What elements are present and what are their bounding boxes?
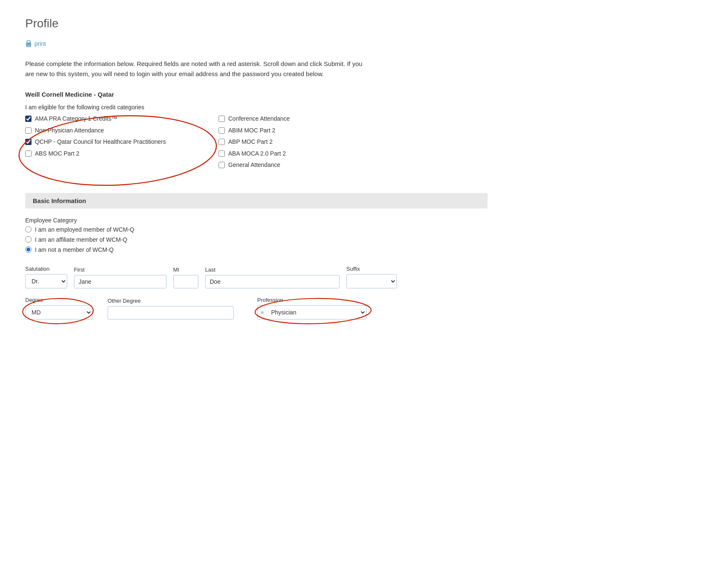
checkbox-ama-input[interactable] xyxy=(25,116,32,122)
other-degree-field-group: Other Degree xyxy=(108,298,234,320)
radio-employed-input[interactable] xyxy=(25,226,32,232)
checkbox-qchp-label: QCHP - Qatar Council for Healthcare Prac… xyxy=(35,138,166,146)
checkbox-aba-moca[interactable]: ABA MOCA 2.0 Part 2 xyxy=(219,150,387,158)
first-input[interactable] xyxy=(74,275,166,288)
degree-annotated: Degree MD DO PhD MBA RN NP PA xyxy=(25,297,92,320)
checkbox-abim-moc[interactable]: ABIM MOC Part 2 xyxy=(219,127,387,135)
other-degree-input[interactable] xyxy=(108,306,234,320)
checkboxes-grid: AMA PRA Category 1 Credits™ Conference A… xyxy=(25,115,387,169)
salutation-label: Salutation xyxy=(25,266,67,272)
checkbox-general-label: General Attendance xyxy=(228,161,280,169)
checkbox-general[interactable]: General Attendance xyxy=(219,161,387,169)
checkbox-non-physician-input[interactable] xyxy=(25,127,32,134)
radio-affiliate-input[interactable] xyxy=(25,236,32,243)
suffix-select[interactable]: Jr. Sr. II III xyxy=(346,274,397,288)
name-fields-row: Salutation Dr. Mr. Ms. Mrs. Prof. First … xyxy=(25,266,488,288)
checkbox-aba-moca-label: ABA MOCA 2.0 Part 2 xyxy=(228,150,286,158)
mi-label: MI xyxy=(173,267,198,273)
credit-categories-label: I am eligible for the following credit c… xyxy=(25,104,703,111)
checkbox-qchp-input[interactable] xyxy=(25,139,32,145)
checkbox-ama[interactable]: AMA PRA Category 1 Credits™ xyxy=(25,115,193,123)
basic-info-section: Basic Information Employee Category I am… xyxy=(25,193,488,320)
basic-info-header: Basic Information xyxy=(25,193,488,209)
last-field-group: Last xyxy=(205,267,340,288)
profession-annotated: Profession ≡ Physician Nurse Pharmacist … xyxy=(257,297,367,320)
checkbox-conference[interactable]: Conference Attendance xyxy=(219,115,387,123)
profession-select[interactable]: Physician Nurse Pharmacist Other xyxy=(257,305,367,320)
checkbox-abs-moc[interactable]: ABS MOC Part 2 xyxy=(25,150,193,158)
suffix-label: Suffix xyxy=(346,266,397,272)
salutation-select[interactable]: Dr. Mr. Ms. Mrs. Prof. xyxy=(25,274,67,288)
last-input[interactable] xyxy=(205,275,340,288)
checkbox-abp-moc-label: ABP MOC Part 2 xyxy=(228,138,273,146)
intro-text: Please complete the information below. R… xyxy=(25,59,370,79)
radio-not-member[interactable]: I am not a member of WCM-Q xyxy=(25,246,488,253)
checkbox-aba-moca-input[interactable] xyxy=(219,151,225,157)
employee-category-label: Employee Category xyxy=(25,217,488,224)
checkbox-non-physician-label: Non-Physician Attendance xyxy=(35,127,104,135)
radio-employed[interactable]: I am an employed member of WCM-Q xyxy=(25,226,488,233)
degree-fields-row: Degree MD DO PhD MBA RN NP PA Other Degr… xyxy=(25,297,488,320)
checkbox-abs-moc-label: ABS MOC Part 2 xyxy=(35,150,79,158)
mi-input[interactable] xyxy=(173,275,198,288)
checkbox-conference-input[interactable] xyxy=(219,116,225,122)
radio-affiliate-label: I am an affiliate member of WCM-Q xyxy=(35,236,127,243)
degree-label: Degree xyxy=(25,297,92,303)
degree-field-group: Degree MD DO PhD MBA RN NP PA xyxy=(25,297,92,320)
checkbox-abim-moc-input[interactable] xyxy=(219,127,225,134)
credit-categories-section: I am eligible for the following credit c… xyxy=(25,104,703,181)
suffix-field-group: Suffix Jr. Sr. II III xyxy=(346,266,397,288)
checkbox-abp-moc-input[interactable] xyxy=(219,139,225,145)
radio-employed-label: I am an employed member of WCM-Q xyxy=(35,226,135,233)
first-label: First xyxy=(74,267,166,273)
checkbox-non-physician[interactable]: Non-Physician Attendance xyxy=(25,127,193,135)
other-degree-label: Other Degree xyxy=(108,298,234,304)
checkbox-qchp[interactable]: QCHP - Qatar Council for Healthcare Prac… xyxy=(25,138,193,146)
radio-not-member-input[interactable] xyxy=(25,246,32,253)
profession-label: Profession xyxy=(257,297,367,303)
checkbox-general-input[interactable] xyxy=(219,162,225,168)
salutation-field-group: Salutation Dr. Mr. Ms. Mrs. Prof. xyxy=(25,266,67,288)
radio-not-member-label: I am not a member of WCM-Q xyxy=(35,246,113,253)
print-icon xyxy=(25,40,32,47)
print-label: print xyxy=(34,40,46,47)
checkbox-abim-moc-label: ABIM MOC Part 2 xyxy=(228,127,275,135)
profession-field-group: Profession ≡ Physician Nurse Pharmacist … xyxy=(257,297,367,320)
employee-category-group: I am an employed member of WCM-Q I am an… xyxy=(25,226,488,253)
last-label: Last xyxy=(205,267,340,273)
mi-field-group: MI xyxy=(173,267,198,288)
checkbox-abs-moc-input[interactable] xyxy=(25,151,32,157)
radio-affiliate[interactable]: I am an affiliate member of WCM-Q xyxy=(25,236,488,243)
checkbox-conference-label: Conference Attendance xyxy=(228,115,290,123)
first-field-group: First xyxy=(74,267,166,288)
institution-name: Weill Cornell Medicine - Qatar xyxy=(25,91,703,98)
profession-select-wrapper: ≡ Physician Nurse Pharmacist Other xyxy=(257,305,367,320)
svg-rect-1 xyxy=(27,41,30,44)
degree-select[interactable]: MD DO PhD MBA RN NP PA xyxy=(25,305,92,320)
page-title: Profile xyxy=(25,17,703,30)
print-link[interactable]: print xyxy=(25,40,703,47)
checkbox-ama-label: AMA PRA Category 1 Credits™ xyxy=(35,115,117,123)
checkbox-abp-moc[interactable]: ABP MOC Part 2 xyxy=(219,138,387,146)
